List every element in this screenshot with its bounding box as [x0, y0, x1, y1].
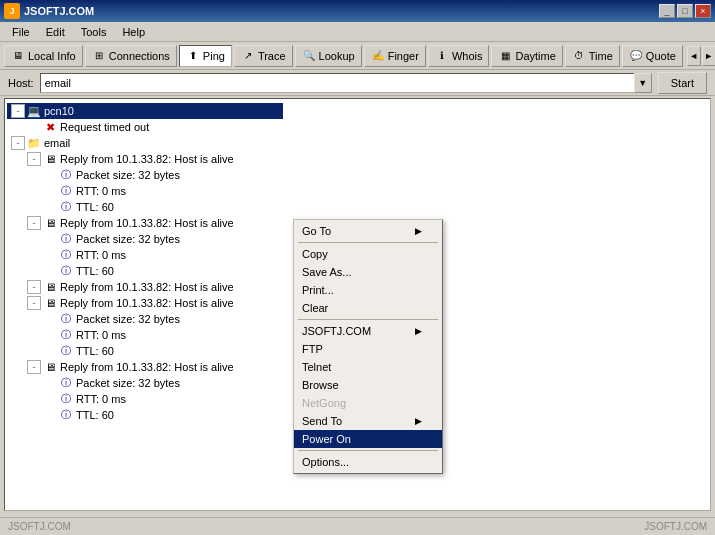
tree-expand-email[interactable]: - [11, 136, 25, 150]
tree-item-rtt3[interactable]: ⓘ RTT: 0 ms [7, 327, 283, 343]
daytime-icon: ▦ [498, 49, 512, 63]
ctx-go-to[interactable]: Go To ▶ [294, 222, 442, 240]
tab-quote-label: Quote [646, 50, 676, 62]
tree-item-pkt3[interactable]: ⓘ Packet size: 32 bytes [7, 311, 283, 327]
tree-expand-reply4[interactable]: - [27, 296, 41, 310]
context-menu: Go To ▶ Copy Save As... Print... Clear J… [293, 219, 443, 474]
folder-icon-email: 📁 [27, 136, 41, 150]
tree-item-pkt2[interactable]: ⓘ Packet size: 32 bytes [7, 231, 283, 247]
overflow-prev[interactable]: ◄ [687, 46, 701, 66]
ctx-jsoftj[interactable]: JSOFTJ.COM ▶ [294, 322, 442, 340]
tab-whois[interactable]: ℹ Whois [428, 45, 490, 67]
tree-item-rtt4[interactable]: ⓘ RTT: 0 ms [7, 391, 283, 407]
host-input-wrap: ▼ [40, 73, 652, 93]
ctx-print[interactable]: Print... [294, 281, 442, 299]
ctx-power-on[interactable]: Power On [294, 430, 442, 448]
tab-local-info[interactable]: 🖥 Local Info [4, 45, 83, 67]
host-dropdown-button[interactable]: ▼ [634, 73, 652, 93]
tree-item-pkt1[interactable]: ⓘ Packet size: 32 bytes [7, 167, 283, 183]
ctx-save-as[interactable]: Save As... [294, 263, 442, 281]
tab-trace[interactable]: ↗ Trace [234, 45, 293, 67]
tab-lookup-label: Lookup [319, 50, 355, 62]
close-button[interactable]: × [695, 4, 711, 18]
title-bar: J JSOFTJ.COM _ □ × [0, 0, 715, 22]
tree-item-ttl4[interactable]: ⓘ TTL: 60 [7, 407, 283, 423]
ctx-sep-2 [298, 319, 438, 320]
trace-icon: ↗ [241, 49, 255, 63]
ctx-options[interactable]: Options... [294, 453, 442, 471]
minimize-button[interactable]: _ [659, 4, 675, 18]
tree-expand-pcn10[interactable]: - [11, 104, 25, 118]
tab-daytime-label: Daytime [515, 50, 555, 62]
lookup-icon: 🔍 [302, 49, 316, 63]
menu-tools[interactable]: Tools [73, 24, 115, 40]
toolbar: 🖥 Local Info ⊞ Connections ⬆ Ping ↗ Trac… [0, 42, 715, 70]
tab-quote[interactable]: 💬 Quote [622, 45, 683, 67]
tree-item-reply4[interactable]: - 🖥 Reply from 10.1.33.82: Host is alive [7, 295, 283, 311]
whois-icon: ℹ [435, 49, 449, 63]
ctx-ftp[interactable]: FTP [294, 340, 442, 358]
tree-item-pkt4[interactable]: ⓘ Packet size: 32 bytes [7, 375, 283, 391]
tree-item-timeout[interactable]: ✖ Request timed out [7, 119, 283, 135]
host-bar: Host: ▼ Start [0, 70, 715, 96]
tree-item-ttl1[interactable]: ⓘ TTL: 60 [7, 199, 283, 215]
host-icon-reply1: 🖥 [43, 152, 57, 166]
ctx-jsoftj-arrow: ▶ [415, 326, 422, 336]
tree-expand-reply5[interactable]: - [27, 360, 41, 374]
info-icon-ttl4: ⓘ [59, 408, 73, 422]
app-title: JSOFTJ.COM [24, 5, 94, 17]
tree-item-reply2[interactable]: - 🖥 Reply from 10.1.33.82: Host is alive [7, 215, 283, 231]
tree-expand-reply2[interactable]: - [27, 216, 41, 230]
tree-panel[interactable]: - 💻 pcn10 ✖ Request timed out - 📁 email … [5, 99, 285, 510]
tree-expand-reply1[interactable]: - [27, 152, 41, 166]
error-icon: ✖ [43, 120, 57, 134]
ctx-copy[interactable]: Copy [294, 245, 442, 263]
tab-finger-label: Finger [388, 50, 419, 62]
tree-item-pcn10[interactable]: - 💻 pcn10 [7, 103, 283, 119]
tree-label-reply4: Reply from 10.1.33.82: Host is alive [60, 297, 234, 309]
info-icon-rtt4: ⓘ [59, 392, 73, 406]
tree-item-ttl3[interactable]: ⓘ TTL: 60 [7, 343, 283, 359]
host-input[interactable] [40, 73, 652, 93]
ctx-send-to[interactable]: Send To ▶ [294, 412, 442, 430]
tab-lookup[interactable]: 🔍 Lookup [295, 45, 362, 67]
tree-item-rtt2[interactable]: ⓘ RTT: 0 ms [7, 247, 283, 263]
tree-item-email[interactable]: - 📁 email [7, 135, 283, 151]
tab-daytime[interactable]: ▦ Daytime [491, 45, 562, 67]
tree-item-reply1[interactable]: - 🖥 Reply from 10.1.33.82: Host is alive [7, 151, 283, 167]
tree-label-reply1: Reply from 10.1.33.82: Host is alive [60, 153, 234, 165]
menu-edit[interactable]: Edit [38, 24, 73, 40]
maximize-button[interactable]: □ [677, 4, 693, 18]
info-icon-rtt2: ⓘ [59, 248, 73, 262]
ctx-netgong: NetGong [294, 394, 442, 412]
info-icon-ttl3: ⓘ [59, 344, 73, 358]
info-icon-pkt3: ⓘ [59, 312, 73, 326]
main-area: - 💻 pcn10 ✖ Request timed out - 📁 email … [4, 98, 711, 511]
menu-help[interactable]: Help [114, 24, 153, 40]
info-icon-rtt1: ⓘ [59, 184, 73, 198]
tab-time-label: Time [589, 50, 613, 62]
host-icon-reply4: 🖥 [43, 296, 57, 310]
overflow-next[interactable]: ► [702, 46, 715, 66]
ctx-browse[interactable]: Browse [294, 376, 442, 394]
tree-expand-reply3[interactable]: - [27, 280, 41, 294]
tab-connections[interactable]: ⊞ Connections [85, 45, 177, 67]
tree-label-timeout: Request timed out [60, 121, 149, 133]
info-icon-pkt1: ⓘ [59, 168, 73, 182]
tab-ping[interactable]: ⬆ Ping [179, 45, 232, 67]
tab-time[interactable]: ⏱ Time [565, 45, 620, 67]
tree-label-ttl3: TTL: 60 [76, 345, 114, 357]
tree-label-ttl2: TTL: 60 [76, 265, 114, 277]
tree-item-rtt1[interactable]: ⓘ RTT: 0 ms [7, 183, 283, 199]
host-icon-reply3: 🖥 [43, 280, 57, 294]
tab-finger[interactable]: ✍ Finger [364, 45, 426, 67]
menu-file[interactable]: File [4, 24, 38, 40]
tree-item-ttl2[interactable]: ⓘ TTL: 60 [7, 263, 283, 279]
tree-item-reply3[interactable]: - 🖥 Reply from 10.1.33.82: Host is alive [7, 279, 283, 295]
ctx-clear[interactable]: Clear [294, 299, 442, 317]
tree-item-reply5[interactable]: - 🖥 Reply from 10.1.33.82: Host is alive [7, 359, 283, 375]
tree-label-rtt1: RTT: 0 ms [76, 185, 126, 197]
start-button[interactable]: Start [658, 72, 707, 94]
ctx-telnet[interactable]: Telnet [294, 358, 442, 376]
tree-label-pkt1: Packet size: 32 bytes [76, 169, 180, 181]
